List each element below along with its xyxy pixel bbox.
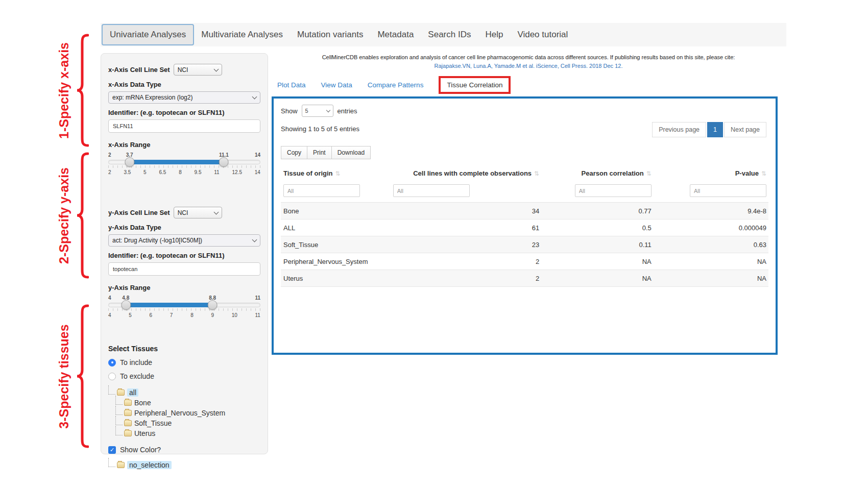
- folder-icon: [124, 430, 132, 436]
- checkbox-checked-icon[interactable]: ✓: [108, 446, 116, 454]
- pagination: Previous page 1 Next page: [652, 122, 766, 137]
- citation-link[interactable]: Rajapakse.VN, Luna.A, Yamade.M et al. iS…: [276, 63, 781, 69]
- nav-tab-search-ids[interactable]: Search IDs: [421, 25, 478, 44]
- tab-tissue-correlation[interactable]: Tissue Correlation: [439, 76, 511, 94]
- export-button-group: Copy Print Download: [281, 146, 768, 159]
- to-include-option[interactable]: To include: [108, 358, 260, 367]
- nav-tab-multivariate-analyses[interactable]: Multivariate Analyses: [194, 25, 290, 44]
- download-button[interactable]: Download: [331, 146, 371, 159]
- y-slider-handle-low[interactable]: [122, 300, 131, 310]
- nav-tab-help[interactable]: Help: [478, 25, 510, 44]
- step1-bracket: [76, 34, 89, 147]
- chevron-down-icon: [326, 108, 330, 112]
- tree-node-uterus[interactable]: Uterus: [108, 428, 260, 438]
- y-axis-identifier-label: Identifier: (e.g. topotecan or SLFN11): [108, 252, 260, 259]
- nav-tab-video-tutorial[interactable]: Video tutorial: [510, 25, 575, 44]
- previous-page-button[interactable]: Previous page: [652, 122, 706, 137]
- y-axis-range-label: y-Axis Range: [108, 284, 260, 291]
- tree-node-peripheral-nervous-system[interactable]: Peripheral_Nervous_System: [108, 408, 260, 418]
- copy-button[interactable]: Copy: [281, 146, 307, 159]
- table-filter-row: [281, 181, 768, 203]
- radio-selected-icon[interactable]: [108, 359, 116, 367]
- sort-icon[interactable]: ⇅: [761, 170, 766, 177]
- y-slider-fill: [126, 303, 212, 307]
- tree-node-bone[interactable]: Bone: [108, 398, 260, 408]
- step2-annotation: 2-Specify y-axis: [49, 152, 79, 279]
- citation-text: CellMinerCDB enables exploration and ana…: [276, 54, 781, 60]
- tissue-correlation-panel: Show 5 entries Showing 1 to 5 of 5 entri…: [272, 96, 778, 355]
- next-page-button[interactable]: Next page: [724, 122, 766, 137]
- y-axis-cell-line-set-select[interactable]: NCI: [174, 207, 222, 218]
- y-axis-range-slider: 4 4.8 8.8 11 4 5 6 7 8 9 10 11: [108, 303, 260, 329]
- settings-sidebar: x-Axis Cell Line Set NCI x-Axis Data Typ…: [101, 53, 268, 454]
- y-slider-handle-high[interactable]: [207, 300, 217, 310]
- folder-icon: [124, 400, 132, 406]
- step2-bracket: [76, 152, 89, 279]
- x-axis-cell-line-set-label: x-Axis Cell Line Set: [108, 66, 170, 74]
- print-button[interactable]: Print: [307, 146, 332, 159]
- y-range-min: 4: [108, 295, 111, 301]
- entries-label: entries: [337, 107, 357, 115]
- x-slider-fill: [130, 160, 224, 164]
- chevron-down-icon: [213, 209, 219, 214]
- x-axis-cell-line-set-select[interactable]: NCI: [174, 64, 222, 76]
- nav-tab-univariate-analyses[interactable]: Univariate Analyses: [102, 24, 194, 45]
- step3-bracket: [76, 304, 89, 448]
- tab-compare-patterns[interactable]: Compare Patterns: [368, 81, 424, 89]
- nav-tab-mutation-variants[interactable]: Mutation variants: [290, 25, 370, 44]
- x-axis-data-type-select[interactable]: exp: mRNA Expression (log2): [108, 91, 260, 104]
- y-axis-data-type-select[interactable]: act: Drug Activity (-log10[IC50M]): [108, 234, 260, 247]
- folder-icon: [117, 389, 125, 396]
- filter-tissue-input[interactable]: [283, 184, 360, 197]
- entries-per-page-select[interactable]: 5: [302, 105, 333, 117]
- step3-annotation: 3-Specify tissues: [49, 304, 79, 448]
- table-header-row: Tissue of origin⇅ Cell lines with comple…: [281, 166, 768, 181]
- filter-cell-lines-input[interactable]: [393, 184, 470, 197]
- show-label: Show: [281, 107, 298, 115]
- chevron-down-icon: [252, 94, 257, 100]
- col-header-tissue[interactable]: Tissue of origin⇅: [281, 169, 393, 177]
- tree-node-all[interactable]: all: [108, 387, 260, 398]
- y-slider-track[interactable]: [108, 303, 260, 307]
- col-header-pvalue[interactable]: P-value⇅: [652, 169, 768, 177]
- filter-pearson-input[interactable]: [575, 184, 652, 197]
- x-slider-handle-low[interactable]: [125, 157, 135, 167]
- step2-label: 2-Specify y-axis: [57, 167, 71, 264]
- table-row: ALL 61 0.5 0.000049: [281, 219, 768, 236]
- table-row: Bone 34 0.77 9.4e-8: [281, 203, 768, 219]
- radio-unselected-icon[interactable]: [108, 373, 116, 380]
- table-row: Soft_Tissue 23 0.11 0.63: [281, 236, 768, 253]
- tree-node-no-selection[interactable]: no_selection: [108, 460, 260, 470]
- folder-icon: [124, 410, 132, 416]
- chevron-down-icon: [213, 66, 219, 71]
- x-slider-handle-high[interactable]: [219, 157, 228, 167]
- to-exclude-option[interactable]: To exclude: [108, 372, 260, 380]
- step1-label: 1-Specify x-axis: [57, 42, 71, 139]
- tree-node-soft-tissue[interactable]: Soft_Tissue: [108, 418, 260, 428]
- x-axis-range-label: x-Axis Range: [108, 141, 260, 149]
- col-header-pearson[interactable]: Pearson correlation⇅: [539, 169, 652, 177]
- tab-plot-data[interactable]: Plot Data: [277, 81, 306, 89]
- folder-icon: [124, 420, 132, 426]
- sort-icon[interactable]: ⇅: [534, 170, 539, 177]
- x-slider-track[interactable]: [108, 160, 260, 164]
- y-axis-identifier-input[interactable]: [108, 262, 260, 276]
- filter-pvalue-input[interactable]: [690, 184, 766, 197]
- show-color-checkbox-row[interactable]: ✓ Show Color?: [108, 446, 260, 454]
- top-navigation: Univariate Analyses Multivariate Analyse…: [101, 23, 786, 46]
- table-row: Uterus 2 NA NA: [281, 270, 768, 287]
- tab-view-data[interactable]: View Data: [321, 81, 352, 89]
- step1-annotation: 1-Specify x-axis: [49, 34, 79, 147]
- sort-icon[interactable]: ⇅: [335, 170, 341, 177]
- tissue-tree: all Bone Peripheral_Nervous_System Soft_…: [108, 387, 260, 438]
- nav-tab-metadata[interactable]: Metadata: [370, 25, 421, 44]
- tissue-correlation-table: Tissue of origin⇅ Cell lines with comple…: [281, 166, 768, 287]
- x-range-min: 2: [108, 152, 111, 158]
- x-axis-identifier-label: Identifier: (e.g. topotecan or SLFN11): [108, 109, 260, 116]
- chevron-down-icon: [252, 237, 257, 242]
- current-page-button[interactable]: 1: [707, 122, 723, 137]
- col-header-cell-lines[interactable]: Cell lines with complete observations⇅: [393, 169, 540, 177]
- select-tissues-title: Select Tissues: [108, 345, 260, 353]
- x-axis-identifier-input[interactable]: [108, 119, 260, 133]
- sort-icon[interactable]: ⇅: [646, 170, 652, 177]
